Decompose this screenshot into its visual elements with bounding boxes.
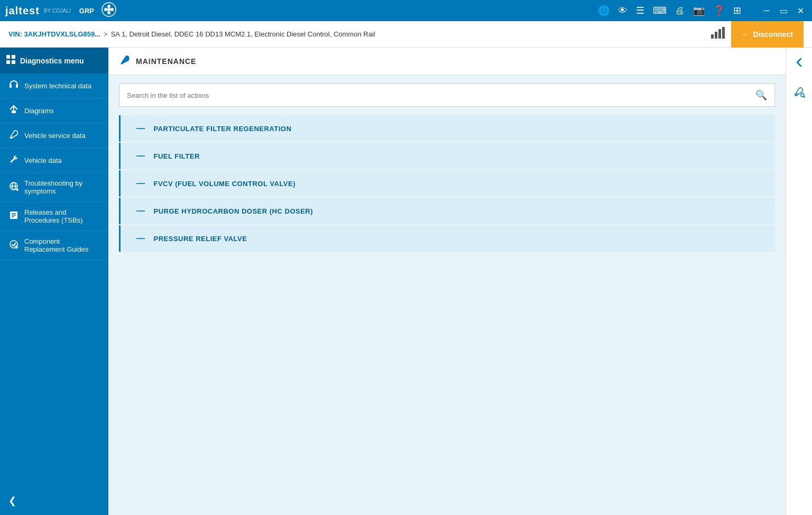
breadcrumb: VIN: 3AKJHTDVXLSLG859... > SA 1, Detroit… [8, 30, 375, 38]
main-layout: Diagnostics menu System technical data D… [0, 48, 812, 515]
chevron-left-icon: ❮ [8, 495, 16, 506]
question-icon[interactable]: ❓ [713, 5, 725, 16]
globe-icon[interactable]: 🌐 [598, 5, 610, 16]
svg-point-29 [795, 94, 797, 96]
svg-rect-14 [12, 111, 16, 113]
globe-tool-icon [8, 181, 19, 193]
svg-point-15 [11, 137, 13, 139]
sidebar-item-label: Diagrams [24, 107, 54, 115]
svg-rect-13 [12, 60, 15, 64]
back-arrow-icon[interactable] [790, 53, 809, 72]
breadcrumb-vin: VIN: 3AKJHTDVXLSLG859... [8, 30, 100, 38]
svg-rect-6 [711, 34, 714, 39]
disconnect-label: Disconnect [753, 30, 793, 39]
list-item-label: FUEL FILTER [154, 152, 200, 160]
top-bar-right: 🌐 👁 ☰ ⌨ 🖨 📷 ❓ ⊞ ─ ▭ ✕ [598, 4, 807, 17]
search-wrapper: 🔍 [119, 84, 775, 107]
disconnect-button[interactable]: ← Disconnect [731, 21, 804, 48]
logo-flower-icon [102, 2, 116, 19]
sidebar-item-troubleshooting[interactable]: Troubleshooting by symptoms [0, 173, 108, 202]
breadcrumb-right: ← Disconnect [711, 21, 804, 48]
list-item-dash: — [136, 124, 145, 133]
content-header: MAINTENANCE [108, 48, 786, 75]
list-icon[interactable]: ☰ [636, 5, 644, 16]
breadcrumb-detail: SA 1, Detroit Diesel, DDEC 16 DD13 MCM2.… [111, 30, 375, 38]
list-item-label: PRESSURE RELIEF VALVE [154, 235, 247, 243]
list-item[interactable]: — FUEL FILTER [119, 143, 775, 169]
svg-point-5 [107, 8, 110, 11]
search-button[interactable]: 🔍 [748, 84, 774, 106]
maximize-icon[interactable]: ▭ [777, 4, 790, 17]
right-panel [786, 48, 812, 515]
content-area: MAINTENANCE 🔍 — PARTICULATE FILTER REGEN… [108, 48, 786, 515]
list-container: — PARTICULATE FILTER REGENERATION — FUEL… [108, 115, 786, 515]
svg-rect-23 [12, 216, 14, 217]
component-icon [8, 240, 19, 251]
sidebar-header: Diagnostics menu [0, 48, 108, 73]
search-input[interactable] [119, 86, 748, 105]
breadcrumb-separator: > [104, 30, 108, 38]
top-bar: jaltest BY COJALI GRP 🌐 👁 ☰ ⌨ 🖨 📷 ❓ ⊞ ─ … [0, 0, 812, 21]
breadcrumb-bar: VIN: 3AKJHTDVXLSLG859... > SA 1, Detroit… [0, 21, 812, 48]
diagram-icon [8, 105, 19, 116]
minimize-icon[interactable]: ─ [760, 4, 773, 17]
sidebar-item-label: Troubleshooting by symptoms [24, 179, 102, 195]
list-item-label: PARTICULATE FILTER REGENERATION [154, 125, 292, 133]
logo-text: jaltest [5, 5, 40, 17]
eye-icon[interactable]: 👁 [618, 5, 628, 16]
grid-icon[interactable]: ⊞ [733, 5, 741, 16]
camera-icon[interactable]: 📷 [693, 5, 705, 16]
window-controls: ─ ▭ ✕ [760, 4, 807, 17]
content-header-title: MAINTENANCE [136, 57, 196, 66]
svg-point-28 [122, 63, 123, 65]
list-item[interactable]: — PRESSURE RELIEF VALVE [119, 225, 775, 252]
list-item[interactable]: — PURGE HYDROCARBON DOSER (HC DOSER) [119, 198, 775, 224]
sidebar-item-label: Vehicle data [24, 157, 62, 164]
list-item-dash: — [136, 206, 145, 216]
list-item[interactable]: — FVCV (FUEL VOLUME CONTROL VALVE) [119, 170, 775, 197]
grp-label: GRP [79, 7, 94, 15]
sidebar-item-component-guides[interactable]: Component Replacement Guides [0, 231, 108, 260]
sidebar-header-icon [6, 55, 16, 66]
sidebar-item-releases[interactable]: Releases and Procedures (TSBs) [0, 202, 108, 231]
svg-point-30 [801, 94, 804, 97]
close-icon[interactable]: ✕ [794, 4, 807, 17]
sidebar-item-diagrams[interactable]: Diagrams [0, 98, 108, 123]
printer-icon[interactable]: 🖨 [675, 5, 685, 16]
sidebar-item-label: System technical data [24, 82, 91, 90]
search-container: 🔍 [108, 75, 786, 115]
svg-rect-21 [12, 213, 16, 214]
svg-rect-22 [12, 215, 16, 216]
disconnect-arrow-icon: ← [742, 30, 749, 39]
svg-point-2 [107, 11, 110, 14]
tool-search-icon[interactable] [790, 82, 809, 102]
svg-rect-11 [12, 55, 15, 59]
svg-rect-10 [6, 55, 10, 59]
list-item-label: FVCV (FUEL VOLUME CONTROL VALVE) [154, 180, 296, 188]
headphone-icon [8, 80, 19, 91]
svg-rect-9 [722, 27, 725, 39]
sidebar-item-vehicle-service-data[interactable]: Vehicle service data [0, 123, 108, 148]
list-item-dash: — [136, 179, 145, 188]
logo-sub: BY COJALI [44, 8, 71, 14]
list-item-dash: — [136, 234, 145, 243]
maintenance-icon [119, 55, 131, 67]
svg-rect-8 [718, 29, 721, 39]
svg-point-1 [107, 5, 110, 8]
tool-icon [8, 154, 19, 166]
signal-icon [711, 27, 726, 41]
list-item[interactable]: — PARTICULATE FILTER REGENERATION [119, 115, 775, 142]
keyboard-icon[interactable]: ⌨ [653, 5, 667, 16]
svg-point-19 [16, 189, 19, 191]
svg-rect-12 [6, 60, 10, 64]
service-wrench-icon [8, 130, 19, 141]
top-bar-left: jaltest BY COJALI GRP [5, 2, 116, 19]
list-item-label: PURGE HYDROCARBON DOSER (HC DOSER) [154, 207, 313, 215]
sidebar-item-vehicle-data[interactable]: Vehicle data [0, 148, 108, 173]
sidebar-item-system-technical-data[interactable]: System technical data [0, 73, 108, 98]
list-item-dash: — [136, 151, 145, 161]
sidebar-collapse-button[interactable]: ❮ [0, 486, 108, 515]
sidebar: Diagnostics menu System technical data D… [0, 48, 108, 515]
sidebar-item-label: Releases and Procedures (TSBs) [24, 208, 102, 224]
svg-point-4 [110, 8, 114, 11]
